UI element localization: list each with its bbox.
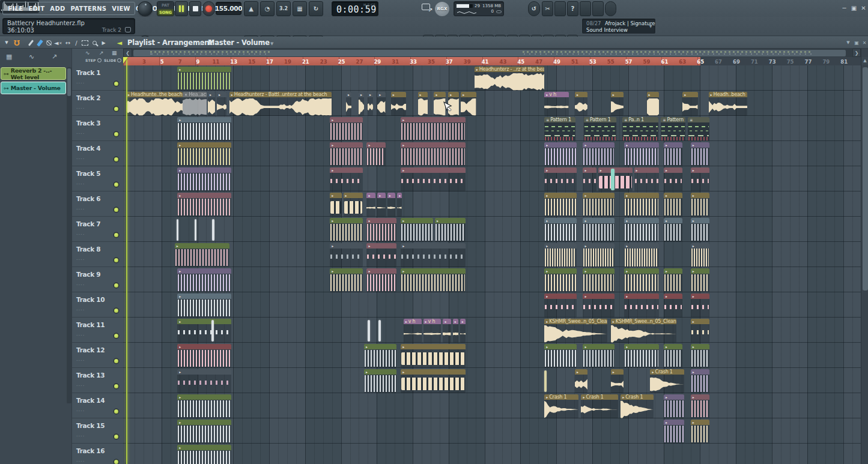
vertical-scrollbar[interactable]: ▲ [861, 49, 868, 464]
menu-view[interactable]: VIEW [109, 5, 133, 12]
chevron-down-icon[interactable]: ▼ [199, 41, 202, 46]
playback-tool-icon[interactable]: ▶ [100, 37, 108, 49]
track-mute-led[interactable] [114, 460, 118, 464]
clip[interactable]: ▸ [366, 142, 385, 166]
picker-audio-mode-icon[interactable]: ∿ [29, 53, 34, 61]
clip[interactable]: ▸ [177, 445, 231, 464]
track-options[interactable]: .... [76, 357, 85, 362]
track-row[interactable]: Track 14 .... [72, 393, 123, 418]
clip[interactable]: ▸ [177, 268, 231, 292]
clip[interactable]: ▸ [624, 218, 659, 242]
playlist-subtitle[interactable]: Master - Volume [208, 38, 270, 47]
window-minimize-button[interactable]: ─ [840, 4, 849, 12]
clip[interactable]: ▸ [691, 294, 709, 318]
clip[interactable]: ▸ [217, 92, 226, 116]
clip[interactable]: ▸ [583, 294, 614, 318]
clip[interactable]: ▸ [364, 344, 396, 368]
clip[interactable]: ▸ [461, 92, 476, 116]
clip[interactable]: ▸ [359, 92, 364, 116]
metronome-button[interactable]: ▲ [244, 1, 258, 16]
help-button[interactable]: ? [567, 1, 578, 16]
slip-tool-icon[interactable]: ↔ [64, 37, 72, 49]
clip[interactable]: ▸ [691, 394, 709, 418]
track-mute-led[interactable] [114, 309, 118, 313]
track-options[interactable]: .... [76, 432, 85, 438]
track-row[interactable]: Track 11 .... [72, 318, 123, 343]
clip[interactable]: ≡ [688, 117, 709, 141]
clip[interactable]: ▸ [397, 193, 401, 217]
clip[interactable]: ▸ [691, 420, 709, 444]
clip-v-h[interactable]: ▸v h [544, 92, 568, 116]
playlist-close-button[interactable]: ✕ [861, 37, 868, 49]
clip-headhunterz-battl-unterz-at-the-beach[interactable]: ▸Headhunterz - Battl..unterz at the beac… [229, 92, 332, 116]
track-mute-led[interactable] [114, 157, 118, 161]
microphone-button[interactable] [554, 1, 566, 16]
record-button[interactable] [202, 1, 215, 16]
clip[interactable]: ▸ [330, 218, 363, 242]
track-mute-led[interactable] [114, 208, 118, 212]
clip-v-h[interactable]: ▸v h [404, 319, 422, 343]
clip[interactable]: ▸ [544, 268, 577, 292]
clip[interactable]: ▸ [544, 218, 577, 242]
clip[interactable]: ▸ [583, 142, 614, 166]
clip[interactable]: ▸ [391, 92, 406, 116]
track-mute-led[interactable] [114, 283, 118, 288]
clip[interactable]: ▸ [401, 167, 466, 191]
wait-for-input-button[interactable]: ◔ [260, 1, 275, 16]
clip-pattern-1[interactable]: ≡Pattern 1 [661, 117, 685, 141]
clip[interactable]: ▸ [544, 142, 577, 166]
clip[interactable]: ▸ [664, 218, 682, 242]
horizontal-scrollbar[interactable]: ❮ ❯ [123, 49, 861, 57]
track-row[interactable]: Track 6 .... [72, 191, 123, 217]
clip[interactable]: ▸ [583, 167, 596, 191]
track-options[interactable]: .... [76, 281, 85, 286]
tempo-display[interactable]: 155.000 [216, 2, 241, 15]
clip-marker[interactable] [544, 370, 547, 392]
pat-song-toggle[interactable]: PAT SONG [157, 1, 174, 16]
clip[interactable]: ▸ [691, 268, 709, 292]
picker-scrollbar[interactable] [67, 67, 71, 403]
clip[interactable]: ▸ [544, 243, 577, 267]
online-panel-icon[interactable] [422, 4, 430, 10]
track-lanes-area[interactable]: ▸▸Headhunterz - ..rz at the beach▸Headhu… [123, 65, 861, 464]
track-row[interactable]: Track 15 .... [72, 418, 123, 444]
clip-crash-1[interactable]: ▸Crash 1 [621, 394, 654, 418]
picker-item[interactable]: ⊶Reeverb 2 -..- Wet level [1, 67, 66, 80]
clip[interactable]: ▸ [401, 344, 466, 368]
clip[interactable]: ▸ [435, 218, 466, 242]
track-options[interactable]: .... [76, 457, 85, 463]
picker-patterns-mode-icon[interactable]: ▦ [6, 53, 12, 61]
typing-keyboard-button[interactable]: 3.2 [276, 1, 291, 16]
save-new-version-button[interactable] [592, 1, 604, 16]
track-options[interactable]: .... [76, 331, 85, 337]
clip[interactable]: ▸ [177, 193, 231, 217]
clip[interactable]: ▸ [575, 369, 587, 393]
play-pause-button[interactable] [175, 1, 188, 16]
clip[interactable]: ▸ [330, 268, 363, 292]
clip-crash-1[interactable]: ▸Crash 1 [650, 369, 684, 393]
clip[interactable]: ▸ [624, 344, 659, 368]
clip[interactable]: ▸ [691, 193, 709, 217]
clip[interactable]: ▸ [401, 117, 466, 141]
track-options[interactable]: .... [76, 306, 85, 312]
clip[interactable]: ▸ [634, 167, 660, 191]
news-panel[interactable]: 08/27 Afrojack | Signature Sound Intervi… [581, 18, 656, 34]
clip[interactable]: ▸ [401, 369, 466, 393]
paint-tool-icon[interactable] [35, 37, 44, 49]
clip[interactable]: ▸ [377, 193, 385, 217]
clip[interactable]: ▸ [691, 142, 709, 166]
clip[interactable]: ▸ [691, 319, 709, 343]
track-options[interactable]: .... [76, 155, 85, 160]
clip[interactable]: ▸ [664, 142, 682, 166]
clip-marker[interactable] [212, 219, 214, 241]
scroll-right-button[interactable]: ❯ [852, 49, 861, 57]
clip-headh-beach[interactable]: ▸Headh..beach [709, 92, 747, 116]
clip[interactable]: ▸ [177, 369, 231, 393]
picker-scrollbar-thumb[interactable] [67, 68, 71, 96]
clip[interactable]: ▸ [177, 67, 231, 91]
clip[interactable]: ▸ [691, 369, 709, 393]
clip[interactable]: ▸ [344, 193, 363, 217]
pat-mode-label[interactable]: PAT [157, 2, 174, 9]
track-mute-led[interactable] [114, 82, 118, 86]
clip[interactable]: ▸ [366, 268, 396, 292]
